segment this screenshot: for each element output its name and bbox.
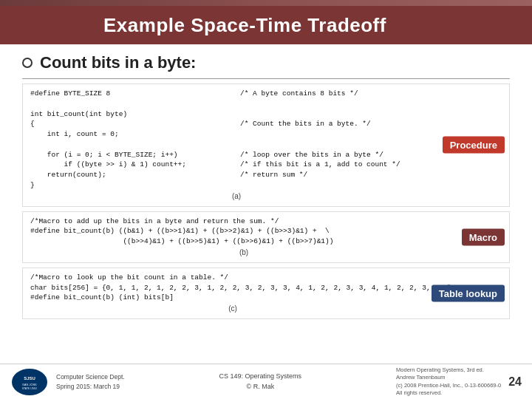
svg-point-0 [12, 369, 47, 395]
footer-course: CS 149: Operating Systems [125, 372, 396, 382]
table-label: Table lookup [432, 285, 505, 302]
procedure-code-right-text: /* A byte contains 8 bits */ /* Count th… [240, 89, 443, 180]
footer-rights: All rights reserved. [396, 389, 501, 398]
table-code-text: /*Macro to look up the bit count in a ta… [30, 273, 435, 303]
procedure-code-right: /* A byte contains 8 bits */ /* Count th… [240, 89, 443, 191]
footer-dept: Computer Science Dept. [56, 372, 125, 382]
macro-fig-label: (b) [30, 248, 457, 256]
footer-page: 24 [508, 375, 522, 389]
divider [22, 78, 510, 79]
slide-title: Example Space-Time Tradeoff [103, 14, 386, 37]
bullet-text: Count bits in a byte: [40, 53, 196, 72]
bullet-heading: Count bits in a byte: [22, 53, 510, 72]
footer-copyright: (c) 2008 Prentice-Hall, Inc., 0-13-60066… [396, 382, 501, 390]
footer-author: Andrew Tanenbaum [396, 374, 501, 382]
procedure-code-left-text: #define BYTE_SIZE 8 int bit_count(int by… [30, 89, 233, 191]
footer-left: Computer Science Dept. Spring 2015: Marc… [56, 372, 125, 392]
procedure-code: #define BYTE_SIZE 8 int bit_count(int by… [30, 89, 443, 191]
footer-center: CS 149: Operating Systems © R. Mak [125, 372, 396, 392]
footer-book: Modern Operating Systems, 3rd ed. [396, 366, 501, 375]
footer-instructor: © R. Mak [125, 382, 396, 392]
svg-text:SAN JOSE: SAN JOSE [22, 383, 37, 386]
footer-semester: Spring 2015: March 19 [56, 382, 125, 392]
table-fig-label: (c) [30, 304, 435, 313]
university-logo: SJSU SAN JOSE STATE UNIV. [10, 367, 49, 397]
bullet-icon [22, 58, 33, 68]
slide-content: Count bits in a byte: #define BYTE_SIZE … [0, 44, 532, 330]
footer: SJSU SAN JOSE STATE UNIV. Computer Scien… [0, 364, 532, 399]
svg-text:SJSU: SJSU [24, 376, 35, 381]
top-bar [0, 0, 532, 6]
procedure-code-left: #define BYTE_SIZE 8 int bit_count(int by… [30, 89, 233, 191]
macro-section: /*Macro to add up the bits in a byte and… [22, 211, 510, 263]
svg-text:STATE UNIV.: STATE UNIV. [22, 387, 38, 390]
slide-container: Example Space-Time Tradeoff Count bits i… [0, 6, 532, 399]
macro-code-text: /*Macro to add up the bits in a byte and… [30, 216, 457, 247]
footer-right: Modern Operating Systems, 3rd ed. Andrew… [396, 366, 501, 398]
procedure-section: #define BYTE_SIZE 8 int bit_count(int by… [22, 83, 510, 207]
macro-label: Macro [462, 228, 505, 245]
table-section: /*Macro to look up the bit count in a ta… [22, 267, 510, 319]
procedure-fig-label: (a) [30, 192, 443, 200]
slide-header: Example Space-Time Tradeoff [0, 6, 532, 44]
procedure-label: Procedure [443, 137, 505, 154]
